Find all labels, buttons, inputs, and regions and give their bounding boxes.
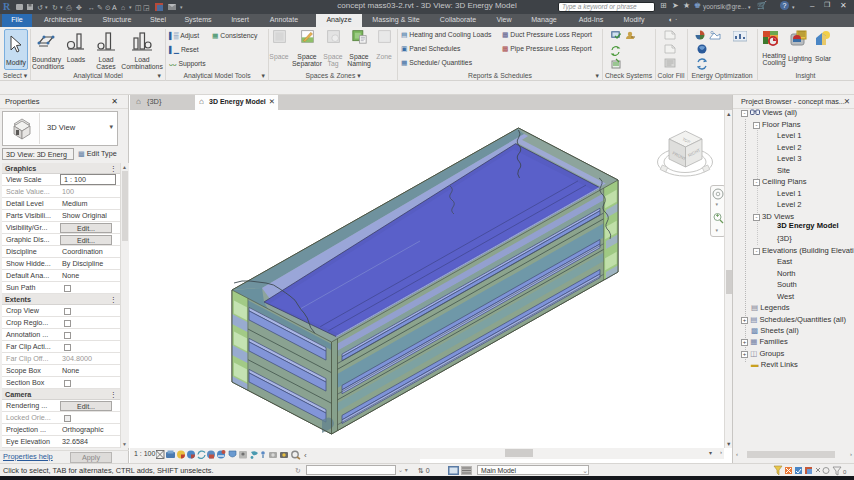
svg-text:▾: ▾	[45, 4, 48, 10]
svg-text:↔: ↔	[88, 4, 95, 11]
svg-text:⌂: ⌂	[121, 4, 125, 11]
svg-text:⊙: ⊙	[105, 4, 111, 11]
svg-text:▾: ▾	[180, 4, 183, 10]
svg-text:✥: ✥	[76, 4, 82, 11]
svg-text:✎: ✎	[97, 4, 103, 11]
svg-text:▾: ▾	[716, 227, 719, 233]
svg-text:⎙: ⎙	[66, 4, 72, 11]
svg-text:‹: ‹	[304, 451, 307, 460]
svg-text:▾: ▾	[716, 201, 719, 207]
svg-text:A: A	[112, 4, 117, 11]
svg-text:◲: ◲	[143, 4, 150, 11]
svg-text:↻: ↻	[52, 4, 58, 11]
svg-text:0: 0	[843, 469, 847, 475]
svg-text:↺: ↺	[37, 4, 43, 11]
svg-text:▾: ▾	[129, 4, 132, 10]
svg-text:R: R	[3, 1, 11, 12]
svg-text:◫: ◫	[135, 4, 142, 11]
svg-text:▾: ▾	[60, 4, 63, 10]
